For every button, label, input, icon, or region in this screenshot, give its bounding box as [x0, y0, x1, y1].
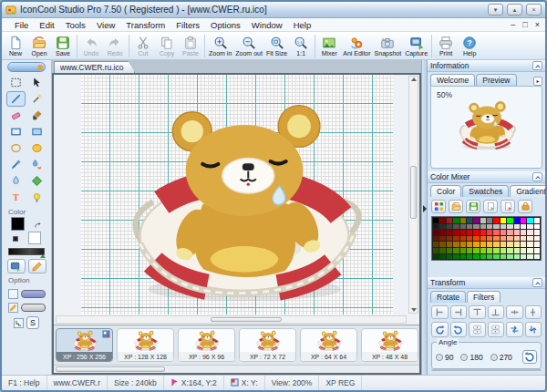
fill-tool[interactable]	[27, 173, 46, 189]
palette-color[interactable]	[453, 230, 459, 235]
palette-color[interactable]	[433, 224, 439, 230]
palette-color[interactable]	[487, 236, 492, 242]
angle-option-270[interactable]: 270	[490, 353, 512, 362]
palette-color[interactable]	[487, 218, 492, 223]
align-top-button[interactable]	[469, 305, 486, 319]
palette-color[interactable]	[534, 224, 540, 230]
thumbnail-xp-48-x-48[interactable]: XP : 48 X 48	[361, 328, 418, 362]
brush-tool[interactable]	[27, 108, 46, 123]
spinner-button[interactable]	[488, 322, 505, 337]
default-colors-icon[interactable]	[13, 236, 18, 242]
palette-color[interactable]	[433, 254, 439, 260]
transform-collapse-button[interactable]	[532, 278, 542, 287]
palette-color[interactable]	[467, 230, 472, 235]
palette-color[interactable]	[507, 242, 512, 247]
palette-color[interactable]	[433, 248, 439, 253]
vertical-scroll-thumb[interactable]	[410, 166, 417, 219]
angle-radio-270[interactable]	[490, 354, 498, 361]
palette-color[interactable]	[447, 242, 452, 247]
tab-preview[interactable]: Preview	[476, 74, 516, 86]
tab-overflow-button[interactable]: ▸	[533, 77, 542, 86]
spray-tool[interactable]	[27, 190, 46, 205]
palette-color[interactable]	[439, 218, 445, 223]
palette-color[interactable]	[507, 230, 512, 235]
canvas-horizontal-scrollbar[interactable]	[56, 315, 407, 324]
tab-swatches[interactable]: Swatches	[462, 185, 509, 197]
move-tool[interactable]	[27, 75, 46, 90]
palette-color[interactable]	[473, 230, 479, 235]
palette-color[interactable]	[447, 248, 452, 253]
align-left-button[interactable]	[431, 305, 449, 319]
palette-color[interactable]	[493, 242, 499, 247]
protect-button[interactable]	[518, 200, 532, 213]
palette-color[interactable]	[460, 218, 466, 223]
palette-color[interactable]	[514, 236, 520, 242]
palette-color[interactable]	[447, 254, 452, 260]
palette-color[interactable]	[433, 230, 439, 235]
document-tab[interactable]: www.CWER.ru.ico	[54, 61, 135, 73]
palette-color[interactable]	[493, 236, 499, 242]
step-icon[interactable]	[14, 318, 24, 328]
palette-color[interactable]	[460, 248, 466, 253]
formats-button[interactable]	[7, 259, 26, 273]
palette-color[interactable]	[534, 218, 540, 223]
palette-color[interactable]	[433, 242, 439, 247]
menu-transform[interactable]: Transform	[120, 18, 170, 31]
palette-color[interactable]	[507, 218, 512, 223]
blur-tool[interactable]	[6, 173, 26, 189]
ani-editor-button[interactable]: Ani Editor	[341, 35, 372, 57]
palette-color[interactable]	[501, 218, 506, 223]
help-button[interactable]: ?Help	[458, 35, 481, 57]
palette-color[interactable]	[493, 254, 499, 260]
thumbnail-xp-128-x-128[interactable]: XP : 128 X 128	[117, 328, 174, 362]
tool-palette-grip[interactable]	[7, 62, 46, 72]
zoom-in-button[interactable]: Zoom in	[207, 35, 233, 57]
palette-color[interactable]	[473, 236, 479, 242]
palette-color[interactable]	[514, 230, 520, 235]
menu-help[interactable]: Help	[288, 18, 317, 31]
line-width-dropdown[interactable]	[21, 290, 46, 298]
copy-button[interactable]: Copy	[155, 35, 179, 57]
select-tool[interactable]	[6, 75, 26, 90]
menu-window[interactable]: Window	[246, 18, 288, 31]
angle-radio-180[interactable]	[460, 354, 468, 361]
palette-color[interactable]	[521, 254, 526, 260]
tab-gradient[interactable]: Gradient	[510, 185, 547, 197]
mdi-close-button[interactable]: ×	[532, 20, 543, 29]
palette-color[interactable]	[453, 242, 459, 247]
palette-color[interactable]	[433, 218, 439, 223]
flip-horizontal-button[interactable]	[506, 322, 523, 337]
canvas-vertical-scrollbar[interactable]	[408, 76, 418, 314]
angle-option-90[interactable]: 90	[436, 353, 453, 362]
palette-color[interactable]	[433, 236, 439, 242]
alpha-gradient-bar[interactable]	[8, 248, 45, 255]
edit-canvas[interactable]	[54, 75, 419, 325]
scroll-up-icon[interactable]	[411, 77, 417, 81]
undo-button[interactable]: Undo	[79, 35, 103, 57]
palette-color[interactable]	[534, 242, 540, 247]
paste-button[interactable]: Paste	[179, 35, 202, 57]
color-replacer-tool[interactable]	[27, 157, 46, 172]
palette-color[interactable]	[439, 242, 445, 247]
save-button[interactable]	[466, 200, 480, 213]
palette-color[interactable]	[480, 236, 486, 242]
pixel-grid[interactable]	[81, 75, 393, 315]
pen-style-dropdown[interactable]	[21, 304, 46, 312]
save-button[interactable]: Save	[51, 35, 75, 57]
align-bottom-button[interactable]	[488, 305, 505, 319]
palette-color[interactable]	[514, 224, 520, 230]
text-tool[interactable]: T	[6, 190, 26, 205]
filled-rectangle-tool[interactable]	[27, 124, 46, 139]
palette-color[interactable]	[501, 254, 506, 260]
palette-color[interactable]	[460, 230, 466, 235]
eraser-tool[interactable]	[6, 108, 26, 123]
palette-color[interactable]	[527, 236, 532, 242]
palette-color[interactable]	[453, 236, 459, 242]
panel-scrollbar[interactable]	[431, 369, 542, 371]
palette-color[interactable]	[487, 224, 492, 230]
edit-button[interactable]	[28, 259, 46, 273]
palette-color[interactable]	[439, 230, 445, 235]
palette-color[interactable]	[460, 254, 466, 260]
capture-button[interactable]: Capture	[403, 35, 429, 57]
palette-color[interactable]	[527, 218, 532, 223]
